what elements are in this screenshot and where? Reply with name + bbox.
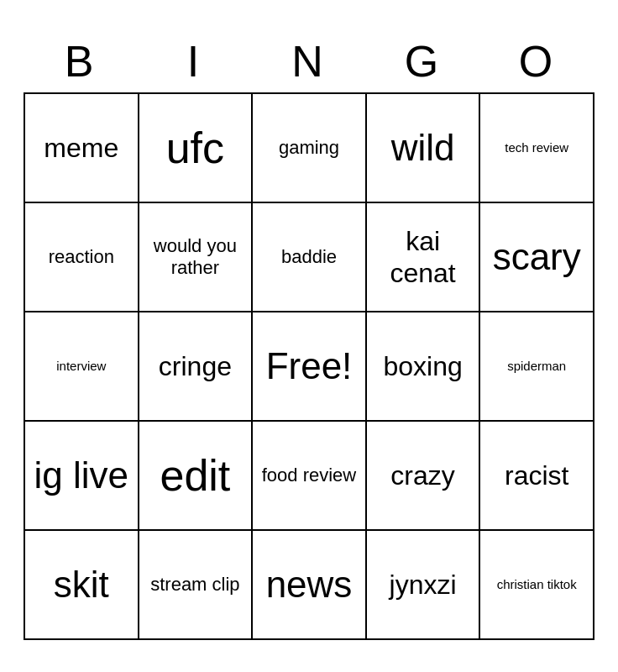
bingo-cell[interactable]: ufc — [139, 94, 254, 203]
bingo-cell[interactable]: interview — [25, 312, 139, 422]
bingo-cell[interactable]: food review — [253, 422, 367, 531]
cell-text: scary — [493, 235, 581, 280]
bingo-cell[interactable]: christian tiktok — [480, 531, 594, 640]
bingo-cell[interactable]: spiderman — [480, 312, 594, 422]
cell-text: christian tiktok — [497, 577, 577, 592]
header-letter: O — [480, 32, 594, 91]
bingo-cell[interactable]: jynxzi — [367, 531, 481, 640]
cell-text: edit — [160, 449, 230, 501]
cell-text: skit — [54, 563, 109, 607]
cell-text: spiderman — [507, 359, 566, 374]
cell-text: baddie — [281, 246, 337, 268]
cell-text: cringe — [159, 350, 232, 382]
header-letter: N — [252, 32, 366, 91]
bingo-cell[interactable]: kai cenat — [367, 203, 481, 312]
cell-text: jynxzi — [390, 569, 457, 601]
cell-text: stream clip — [150, 574, 239, 596]
bingo-cell[interactable]: stream clip — [139, 531, 254, 640]
cell-text: ufc — [166, 122, 224, 174]
bingo-cell[interactable]: edit — [139, 422, 254, 531]
bingo-card: BINGO memeufcgamingwildtech reviewreacti… — [15, 24, 603, 648]
cell-text: gaming — [279, 137, 339, 159]
bingo-cell[interactable]: ig live — [25, 422, 139, 531]
bingo-cell[interactable]: crazy — [367, 422, 481, 531]
bingo-cell[interactable]: gaming — [253, 94, 367, 203]
bingo-cell[interactable]: boxing — [367, 312, 481, 422]
cell-text: racist — [505, 459, 568, 491]
bingo-cell[interactable]: wild — [367, 94, 481, 203]
cell-text: kai cenat — [372, 225, 474, 290]
bingo-header: BINGO — [24, 32, 594, 91]
cell-text: reaction — [49, 246, 114, 268]
bingo-cell[interactable]: cringe — [139, 312, 254, 422]
cell-text: tech review — [505, 140, 568, 155]
bingo-cell[interactable]: reaction — [25, 203, 139, 312]
bingo-cell[interactable]: baddie — [253, 203, 367, 312]
cell-text: news — [266, 563, 353, 607]
header-letter: B — [24, 32, 138, 91]
cell-text: meme — [44, 132, 118, 164]
header-letter: G — [366, 32, 480, 91]
bingo-grid: memeufcgamingwildtech reviewreactionwoul… — [24, 92, 594, 640]
bingo-cell[interactable]: tech review — [480, 94, 594, 203]
header-letter: I — [138, 32, 252, 91]
cell-text: boxing — [383, 350, 462, 382]
cell-text: Free! — [266, 344, 353, 389]
cell-text: would you rather — [144, 235, 247, 280]
bingo-cell[interactable]: Free! — [253, 312, 367, 422]
bingo-cell[interactable]: skit — [25, 531, 139, 640]
bingo-cell[interactable]: meme — [25, 94, 139, 203]
bingo-cell[interactable]: would you rather — [139, 203, 254, 312]
bingo-cell[interactable]: racist — [480, 422, 594, 531]
cell-text: wild — [391, 126, 455, 171]
bingo-cell[interactable]: news — [253, 531, 367, 640]
cell-text: crazy — [390, 459, 454, 491]
bingo-cell[interactable]: scary — [480, 203, 594, 312]
cell-text: food review — [262, 465, 357, 486]
cell-text: ig live — [34, 454, 129, 498]
cell-text: interview — [56, 359, 106, 374]
